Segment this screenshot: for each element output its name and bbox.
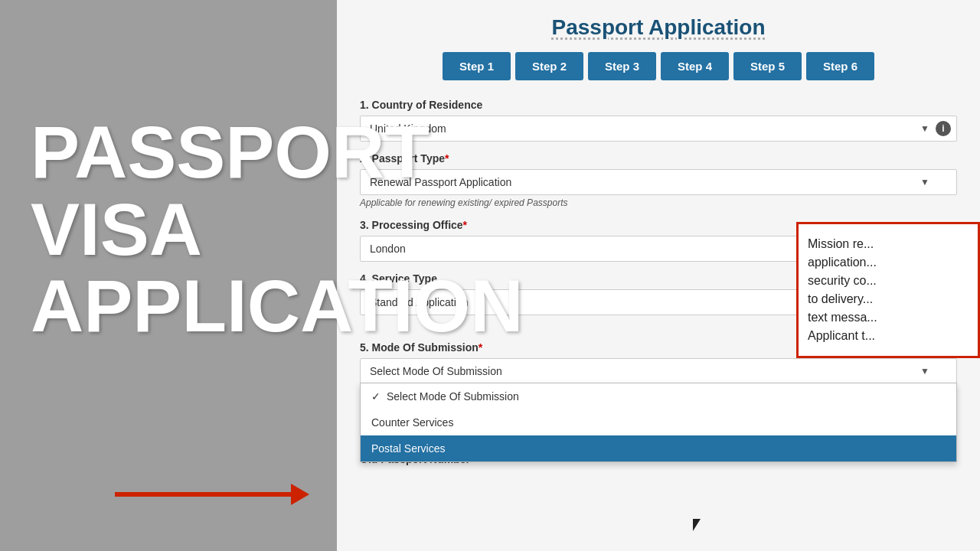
overlay-line-3: APPLICATION <box>31 268 505 345</box>
step-4-button[interactable]: Step 4 <box>661 52 729 80</box>
dropdown-item-counter[interactable]: Counter Services <box>361 409 956 435</box>
dropdown-counter-label: Counter Services <box>371 416 453 429</box>
step-6-button[interactable]: Step 6 <box>806 52 874 80</box>
checkmark-icon: ✓ <box>371 390 381 403</box>
dropdown-item-label: Select Mode Of Submission <box>387 390 519 403</box>
dropdown-item-select-mode[interactable]: ✓ Select Mode Of Submission <box>361 383 956 409</box>
country-info-icon[interactable]: i <box>936 121 951 136</box>
arrow-head <box>291 484 309 505</box>
overlay-line-2: VISA <box>31 191 505 269</box>
dropdown-item-postal[interactable]: Postal Services <box>361 435 956 461</box>
dropdown-postal-label: Postal Services <box>371 442 445 455</box>
submission-dropdown-menu: ✓ Select Mode Of Submission Counter Serv… <box>360 383 957 462</box>
arrow-indicator <box>115 484 309 505</box>
info-box-text: Mission re...application...security co..… <box>808 237 877 342</box>
overlay-line-1: PASSPORT <box>31 114 505 191</box>
info-box: Mission re...application...security co..… <box>796 222 980 358</box>
mouse-cursor <box>693 519 708 534</box>
step-3-button[interactable]: Step 3 <box>588 52 656 80</box>
arrow-line <box>115 492 291 497</box>
step-5-button[interactable]: Step 5 <box>733 52 802 80</box>
